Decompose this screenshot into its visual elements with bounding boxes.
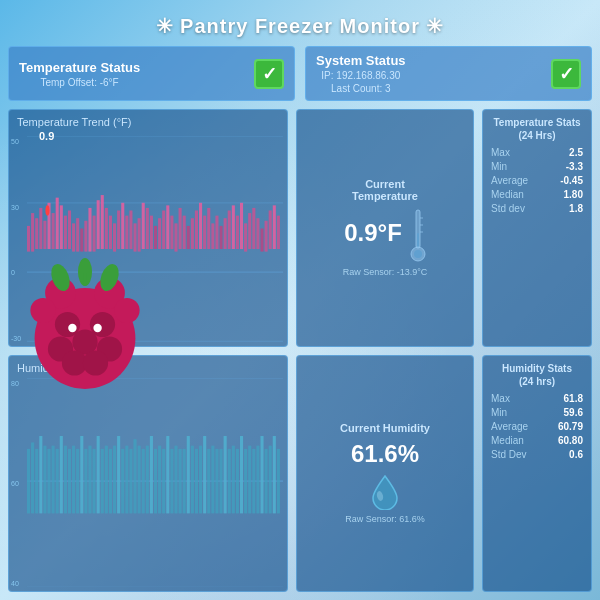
system-status-title: System Status <box>316 53 406 68</box>
svg-rect-101 <box>154 448 157 512</box>
svg-rect-97 <box>138 445 141 513</box>
humid-chart-title: Humidity <box>17 362 279 374</box>
svg-rect-8 <box>43 221 46 249</box>
humid-stat-max: Max 61.8 <box>491 393 583 404</box>
main-grid: Temperature Trend (°F) 0.9 50 30 0 -30 <box>8 109 592 592</box>
svg-rect-91 <box>113 445 116 513</box>
svg-rect-116 <box>215 448 218 512</box>
svg-rect-81 <box>72 445 75 513</box>
svg-rect-62 <box>265 221 268 252</box>
svg-rect-76 <box>52 445 55 513</box>
svg-rect-14 <box>68 210 71 249</box>
svg-rect-124 <box>248 445 251 513</box>
svg-rect-104 <box>166 436 169 513</box>
right-col: CurrentTemperature 0.9°F <box>296 109 592 592</box>
svg-rect-22 <box>101 195 104 249</box>
svg-rect-57 <box>244 223 247 251</box>
svg-rect-87 <box>97 436 100 513</box>
svg-rect-82 <box>76 448 79 512</box>
humid-stat-avg: Average 60.79 <box>491 421 583 432</box>
svg-rect-100 <box>150 436 153 513</box>
svg-rect-60 <box>256 218 259 249</box>
temp-chart-svg <box>27 136 283 342</box>
svg-rect-53 <box>228 210 231 249</box>
svg-rect-18 <box>84 221 87 252</box>
svg-rect-20 <box>93 216 96 252</box>
svg-rect-5 <box>31 213 34 252</box>
svg-rect-70 <box>27 448 30 512</box>
svg-rect-133 <box>417 233 419 248</box>
svg-rect-58 <box>248 213 251 249</box>
svg-rect-96 <box>133 439 136 513</box>
temp-status-check: ✓ <box>254 59 284 89</box>
svg-rect-28 <box>125 216 128 249</box>
temperature-chart-card: Temperature Trend (°F) 0.9 50 30 0 -30 <box>8 109 288 347</box>
svg-rect-27 <box>121 203 124 249</box>
svg-rect-111 <box>195 448 198 512</box>
svg-rect-72 <box>35 448 38 512</box>
svg-rect-90 <box>109 448 112 512</box>
humidity-drop-icon <box>369 474 401 510</box>
humid-stat-min: Min 59.6 <box>491 407 583 418</box>
svg-rect-103 <box>162 448 165 512</box>
svg-rect-34 <box>150 216 153 249</box>
svg-rect-80 <box>68 448 71 512</box>
svg-rect-48 <box>207 208 210 249</box>
current-humid-value: 61.6% <box>351 440 419 468</box>
svg-rect-31 <box>138 218 141 251</box>
svg-rect-46 <box>199 203 202 249</box>
svg-rect-15 <box>72 223 75 251</box>
left-col: Temperature Trend (°F) 0.9 50 30 0 -30 <box>8 109 288 592</box>
svg-rect-105 <box>170 448 173 512</box>
humid-stats-panel: Humidity Stats(24 hrs) Max 61.8 Min 59.6… <box>482 355 592 593</box>
current-temp-title: CurrentTemperature <box>352 178 418 202</box>
svg-rect-32 <box>142 203 145 249</box>
status-row: Temperature Status Temp Offset: -6°F ✓ S… <box>8 46 592 101</box>
svg-rect-63 <box>269 210 272 249</box>
thermometer-icon <box>410 208 426 263</box>
svg-rect-13 <box>64 216 67 249</box>
y-label-n30: -30 <box>11 335 21 342</box>
svg-rect-16 <box>76 218 79 251</box>
temp-chart-title: Temperature Trend (°F) <box>17 116 279 128</box>
temp-stat-median: Median 1.80 <box>491 189 583 200</box>
svg-rect-11 <box>56 198 59 249</box>
temperature-status-card: Temperature Status Temp Offset: -6°F ✓ <box>8 46 295 101</box>
current-temp-value: 0.9°F <box>344 219 402 247</box>
svg-rect-39 <box>170 216 173 249</box>
svg-rect-55 <box>236 216 239 249</box>
temp-stat-avg: Average -0.45 <box>491 175 583 186</box>
system-status-sub1: IP: 192.168.86.30 <box>316 70 406 81</box>
svg-rect-38 <box>166 205 169 249</box>
svg-rect-7 <box>39 208 42 249</box>
svg-rect-107 <box>179 448 182 512</box>
svg-rect-36 <box>158 218 161 249</box>
svg-rect-121 <box>236 448 239 512</box>
svg-rect-21 <box>97 200 100 249</box>
svg-rect-51 <box>220 226 223 249</box>
humid-raw-sensor: Raw Sensor: 61.6% <box>345 514 425 524</box>
svg-rect-75 <box>47 448 50 512</box>
humid-stat-median: Median 60.80 <box>491 435 583 446</box>
svg-rect-4 <box>27 226 30 252</box>
svg-rect-117 <box>220 448 223 512</box>
page-title: ✳ Pantry Freezer Monitor ✳ <box>8 8 592 46</box>
svg-rect-110 <box>191 445 194 513</box>
page-wrapper: ✳ Pantry Freezer Monitor ✳ Temperature S… <box>0 0 600 600</box>
svg-rect-114 <box>207 448 210 512</box>
svg-rect-40 <box>174 223 177 251</box>
svg-rect-64 <box>273 205 276 249</box>
svg-rect-106 <box>174 445 177 513</box>
svg-rect-49 <box>211 223 214 249</box>
temp-status-sub: Temp Offset: -6°F <box>19 77 140 88</box>
current-humid-title: Current Humidity <box>340 422 430 434</box>
svg-rect-12 <box>60 205 63 249</box>
svg-rect-33 <box>146 208 149 249</box>
svg-rect-99 <box>146 445 149 513</box>
svg-rect-65 <box>277 216 280 249</box>
svg-rect-86 <box>93 448 96 512</box>
svg-rect-109 <box>187 436 190 513</box>
svg-rect-95 <box>129 448 132 512</box>
svg-rect-119 <box>228 448 231 512</box>
svg-rect-37 <box>162 210 165 249</box>
